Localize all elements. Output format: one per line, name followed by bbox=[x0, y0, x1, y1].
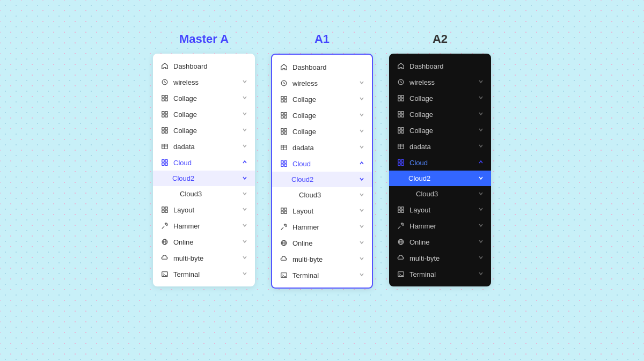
menu-item-multibyte[interactable]: multi-byte bbox=[272, 251, 372, 267]
menu-item-dadata[interactable]: dadata bbox=[272, 139, 372, 156]
menu-item-collage1[interactable]: Collage bbox=[389, 90, 491, 106]
menu-item-collage1[interactable]: Collage bbox=[272, 91, 372, 107]
menu-item-cloud3[interactable]: Cloud3 bbox=[272, 187, 372, 203]
menu-label-cloud2: Cloud2 bbox=[291, 175, 359, 183]
home-icon bbox=[280, 63, 288, 71]
svg-rect-7 bbox=[162, 115, 164, 117]
menu-item-terminal[interactable]: Terminal bbox=[389, 266, 491, 282]
menu-item-collage2[interactable]: Collage bbox=[389, 106, 491, 122]
svg-rect-70 bbox=[401, 131, 404, 133]
svg-rect-13 bbox=[162, 144, 168, 149]
menu-item-terminal[interactable]: Terminal bbox=[272, 267, 372, 283]
menu-label-collage3: Collage bbox=[173, 127, 242, 135]
svg-rect-65 bbox=[398, 115, 400, 117]
chevron-down-icon bbox=[478, 191, 484, 197]
menu-label-wireless: wireless bbox=[292, 79, 359, 87]
svg-rect-60 bbox=[401, 95, 404, 98]
menu-label-dadata: dadata bbox=[409, 143, 478, 151]
menu-item-wireless[interactable]: wireless bbox=[272, 75, 372, 91]
menu-item-dadata[interactable]: dadata bbox=[153, 138, 255, 154]
menu-item-cloud[interactable]: Cloud bbox=[272, 156, 372, 172]
chevron-down-icon bbox=[242, 175, 247, 182]
chevron-down-icon bbox=[359, 112, 364, 119]
grid-icon bbox=[160, 205, 169, 214]
svg-rect-38 bbox=[281, 129, 283, 131]
menu-item-layout[interactable]: Layout bbox=[153, 202, 255, 218]
menu-item-hammer[interactable]: Hammer bbox=[153, 218, 255, 234]
menu-label-dashboard: Dashboard bbox=[173, 62, 247, 70]
chevron-up-icon bbox=[359, 160, 364, 167]
chevron-down-icon bbox=[242, 239, 247, 245]
chevron-down-icon bbox=[478, 111, 484, 117]
clock-icon bbox=[397, 78, 405, 86]
menu-label-online: Online bbox=[292, 239, 359, 247]
menu-item-cloud[interactable]: Cloud bbox=[153, 154, 255, 171]
chevron-down-icon bbox=[359, 224, 364, 230]
menu-label-wireless: wireless bbox=[173, 78, 242, 86]
svg-rect-19 bbox=[165, 163, 167, 165]
menu-label-cloud: Cloud bbox=[409, 159, 478, 167]
menu-item-dashboard[interactable]: Dashboard bbox=[389, 58, 491, 74]
svg-rect-33 bbox=[284, 100, 287, 102]
sidebar-a1: DashboardwirelessCollageCollageCollageda… bbox=[271, 54, 373, 289]
chevron-down-icon bbox=[478, 255, 484, 261]
svg-rect-85 bbox=[398, 272, 404, 277]
svg-rect-74 bbox=[398, 160, 400, 162]
menu-item-cloud2[interactable]: Cloud2 bbox=[272, 172, 372, 187]
menu-item-layout[interactable]: Layout bbox=[272, 203, 372, 219]
menu-item-multibyte[interactable]: multi-byte bbox=[389, 250, 491, 266]
sidebar-master-a: DashboardwirelessCollageCollageCollageda… bbox=[153, 54, 255, 286]
menu-item-collage2[interactable]: Collage bbox=[153, 106, 255, 122]
grid-icon bbox=[160, 158, 169, 167]
svg-rect-36 bbox=[281, 116, 283, 118]
menu-item-hammer[interactable]: Hammer bbox=[272, 219, 372, 235]
menu-item-terminal[interactable]: Terminal bbox=[153, 266, 255, 282]
menu-item-wireless[interactable]: wireless bbox=[153, 74, 255, 90]
svg-rect-64 bbox=[401, 112, 404, 114]
svg-rect-3 bbox=[162, 99, 164, 101]
panel-container-master-a: Master ADashboardwirelessCollageCollageC… bbox=[153, 32, 255, 289]
menu-item-cloud3[interactable]: Cloud3 bbox=[389, 186, 491, 202]
menu-item-collage3[interactable]: Collage bbox=[389, 122, 491, 138]
svg-rect-37 bbox=[284, 116, 287, 118]
svg-rect-59 bbox=[398, 95, 400, 98]
clock-icon bbox=[160, 78, 169, 86]
menu-item-cloud2[interactable]: Cloud2 bbox=[389, 171, 491, 186]
menu-label-hammer: Hammer bbox=[292, 223, 359, 231]
menu-item-collage1[interactable]: Collage bbox=[153, 90, 255, 106]
menu-item-multibyte[interactable]: multi-byte bbox=[153, 250, 255, 266]
svg-rect-52 bbox=[284, 211, 287, 213]
chevron-down-icon bbox=[359, 96, 364, 102]
menu-label-hammer: Hammer bbox=[409, 222, 478, 230]
chevron-down-icon bbox=[242, 143, 247, 150]
clock-icon bbox=[280, 79, 288, 87]
chevron-down-icon bbox=[478, 271, 484, 277]
menu-item-layout[interactable]: Layout bbox=[389, 202, 491, 218]
panel-title-master-a: Master A bbox=[179, 32, 229, 46]
menu-item-hammer[interactable]: Hammer bbox=[389, 218, 491, 234]
menu-item-online[interactable]: Online bbox=[389, 234, 491, 250]
menu-item-wireless[interactable]: wireless bbox=[389, 74, 491, 90]
grid-icon bbox=[397, 126, 405, 135]
menu-item-dadata[interactable]: dadata bbox=[389, 138, 491, 154]
chevron-down-icon bbox=[242, 271, 247, 277]
globe-icon bbox=[280, 239, 288, 247]
svg-rect-6 bbox=[165, 112, 167, 114]
svg-rect-63 bbox=[398, 112, 400, 114]
svg-rect-45 bbox=[281, 161, 283, 163]
sidebar-a2: DashboardwirelessCollageCollageCollageda… bbox=[389, 54, 491, 286]
menu-item-dashboard[interactable]: Dashboard bbox=[153, 58, 255, 74]
menu-item-collage2[interactable]: Collage bbox=[272, 107, 372, 123]
menu-item-collage3[interactable]: Collage bbox=[153, 122, 255, 138]
menu-item-online[interactable]: Online bbox=[153, 234, 255, 250]
menu-item-cloud3[interactable]: Cloud3 bbox=[153, 186, 255, 202]
menu-item-collage3[interactable]: Collage bbox=[272, 123, 372, 139]
menu-item-cloud2[interactable]: Cloud2 bbox=[153, 171, 255, 186]
menu-item-dashboard[interactable]: Dashboard bbox=[272, 59, 372, 75]
menu-label-collage2: Collage bbox=[409, 110, 478, 119]
menu-item-online[interactable]: Online bbox=[272, 235, 372, 251]
menu-label-layout: Layout bbox=[292, 207, 359, 215]
svg-rect-8 bbox=[165, 115, 167, 117]
menu-item-cloud[interactable]: Cloud bbox=[389, 154, 491, 171]
grid-icon bbox=[397, 158, 405, 167]
